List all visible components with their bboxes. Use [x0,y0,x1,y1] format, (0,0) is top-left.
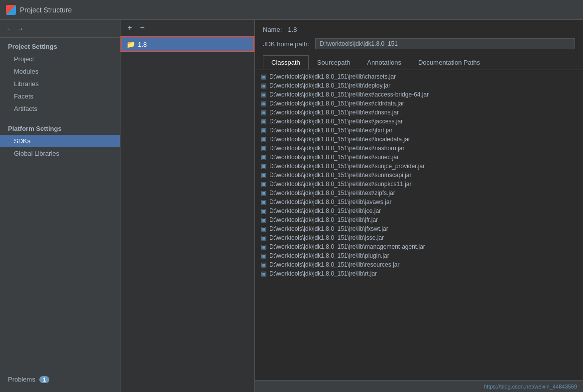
file-path-text: D:\worktools\jdk\jdk1.8.0_151\jre\lib\jf… [269,216,378,223]
jar-icon: ▣ [261,207,266,214]
file-list-item[interactable]: ▣D:\worktools\jdk\jdk1.8.0_151\jre\lib\e… [255,90,583,99]
file-path-text: D:\worktools\jdk\jdk1.8.0_151\jre\lib\js… [269,234,384,241]
name-label: Name: [263,26,282,33]
jar-icon: ▣ [261,252,266,259]
tab-sourcepath[interactable]: Sourcepath [309,55,359,70]
file-list-item[interactable]: ▣D:\worktools\jdk\jdk1.8.0_151\jre\lib\e… [255,144,583,153]
forward-arrow[interactable]: → [17,25,24,33]
file-path-text: D:\worktools\jdk\jdk1.8.0_151\jre\lib\ex… [269,109,399,116]
jdk-path-value: D:\worktools\jdk\jdk1.8.0_151 [315,38,575,49]
jar-icon: ▣ [261,234,266,241]
sidebar-item-sdks[interactable]: SDKs [0,135,120,147]
jar-icon: ▣ [261,261,266,268]
jar-icon: ▣ [261,225,266,232]
name-value: 1.8 [288,26,297,33]
file-path-text: D:\worktools\jdk\jdk1.8.0_151\jre\lib\ex… [269,181,411,188]
tab-classpath[interactable]: Classpath [263,55,309,70]
file-list-item[interactable]: ▣D:\worktools\jdk\jdk1.8.0_151\jre\lib\d… [255,81,583,90]
jar-icon: ▣ [261,109,266,116]
problems-badge: 1 [39,376,49,383]
tab-annotations[interactable]: Annotations [358,55,410,70]
file-list-item[interactable]: ▣D:\worktools\jdk\jdk1.8.0_151\jre\lib\e… [255,171,583,180]
window-title: Project Structure [20,6,72,14]
add-sdk-button[interactable]: + [124,23,135,33]
file-list-item[interactable]: ▣D:\worktools\jdk\jdk1.8.0_151\jre\lib\e… [255,117,583,126]
file-path-text: D:\worktools\jdk\jdk1.8.0_151\jre\lib\ex… [269,127,392,134]
file-path-text: D:\worktools\jdk\jdk1.8.0_151\jre\lib\ex… [269,172,411,179]
jar-icon: ▣ [261,163,266,170]
status-url: https://blog.csdn.net/weixin_44843569 [484,384,577,390]
file-path-text: D:\worktools\jdk\jdk1.8.0_151\jre\lib\pl… [269,252,389,259]
file-path-text: D:\worktools\jdk\jdk1.8.0_151\jre\lib\jc… [269,207,381,214]
file-list-item[interactable]: ▣D:\worktools\jdk\jdk1.8.0_151\jre\lib\p… [255,251,583,260]
file-list-item[interactable]: ▣D:\worktools\jdk\jdk1.8.0_151\jre\lib\e… [255,162,583,171]
jar-icon: ▣ [261,82,266,89]
file-path-text: D:\worktools\jdk\jdk1.8.0_151\jre\lib\jf… [269,225,388,232]
sidebar: ← → Project Settings Project Modules Lib… [0,20,120,392]
file-path-text: D:\worktools\jdk\jdk1.8.0_151\jre\lib\ma… [269,243,425,250]
sidebar-bottom: Problems 1 [0,371,120,392]
file-list-item[interactable]: ▣D:\worktools\jdk\jdk1.8.0_151\jre\lib\e… [255,189,583,197]
sdk-panel: + − 📁 1.8 [120,20,255,392]
sidebar-item-global-libraries[interactable]: Global Libraries [0,147,120,160]
file-list-item[interactable]: ▣D:\worktools\jdk\jdk1.8.0_151\jre\lib\j… [255,233,583,242]
sdk-toolbar: + − [120,20,254,36]
sidebar-content: ← → Project Settings Project Modules Lib… [0,20,120,392]
file-list-item[interactable]: ▣D:\worktools\jdk\jdk1.8.0_151\jre\lib\e… [255,153,583,162]
jar-icon: ▣ [261,270,266,277]
file-list-item[interactable]: ▣D:\worktools\jdk\jdk1.8.0_151\jre\lib\r… [255,260,583,269]
jdk-label: JDK home path: [263,40,309,48]
file-list-item[interactable]: ▣D:\worktools\jdk\jdk1.8.0_151\jre\lib\j… [255,197,583,206]
file-list-item[interactable]: ▣D:\worktools\jdk\jdk1.8.0_151\jre\lib\m… [255,242,583,251]
file-path-text: D:\worktools\jdk\jdk1.8.0_151\jre\lib\ex… [269,154,399,161]
jar-icon: ▣ [261,154,266,161]
file-path-text: D:\worktools\jdk\jdk1.8.0_151\jre\lib\ex… [269,136,410,143]
jar-icon: ▣ [261,190,266,196]
content-header: Name: 1.8 JDK home path: D:\worktools\jd… [255,20,583,70]
file-list-item[interactable]: ▣D:\worktools\jdk\jdk1.8.0_151\jre\lib\e… [255,180,583,189]
jar-icon: ▣ [261,181,266,188]
file-list-item[interactable]: ▣D:\worktools\jdk\jdk1.8.0_151\jre\lib\e… [255,126,583,135]
tab-documentation-paths[interactable]: Documentation Paths [410,55,488,70]
file-path-text: D:\worktools\jdk\jdk1.8.0_151\jre\lib\ex… [269,118,403,125]
problems-section[interactable]: Problems 1 [0,371,120,388]
file-list-item[interactable]: ▣D:\worktools\jdk\jdk1.8.0_151\jre\lib\c… [255,72,583,81]
status-bar: https://blog.csdn.net/weixin_44843569 [255,380,583,392]
platform-settings-header: Platform Settings [0,120,120,135]
sidebar-item-modules[interactable]: Modules [0,65,120,78]
name-row: Name: 1.8 [263,26,575,33]
app-icon [6,5,16,15]
jar-icon: ▣ [261,216,266,223]
file-path-text: D:\worktools\jdk\jdk1.8.0_151\jre\lib\ex… [269,100,404,107]
file-path-text: D:\worktools\jdk\jdk1.8.0_151\jre\lib\re… [269,261,399,268]
file-list-item[interactable]: ▣D:\worktools\jdk\jdk1.8.0_151\jre\lib\e… [255,135,583,144]
file-path-text: D:\worktools\jdk\jdk1.8.0_151\jre\lib\rt… [269,270,377,277]
remove-sdk-button[interactable]: − [137,23,147,33]
file-list-item[interactable]: ▣D:\worktools\jdk\jdk1.8.0_151\jre\lib\e… [255,108,583,117]
jar-icon: ▣ [261,118,266,125]
sidebar-item-artifacts[interactable]: Artifacts [0,102,120,115]
jar-icon: ▣ [261,172,266,179]
file-list: ▣D:\worktools\jdk\jdk1.8.0_151\jre\lib\c… [255,70,583,380]
sidebar-item-libraries[interactable]: Libraries [0,78,120,90]
problems-label: Problems [8,376,35,383]
sidebar-item-project[interactable]: Project [0,53,120,65]
file-list-item[interactable]: ▣D:\worktools\jdk\jdk1.8.0_151\jre\lib\e… [255,99,583,108]
sdk-folder-icon: 📁 [126,40,135,48]
file-path-text: D:\worktools\jdk\jdk1.8.0_151\jre\lib\ja… [269,198,391,205]
content-panel: Name: 1.8 JDK home path: D:\worktools\jd… [255,20,583,392]
jar-icon: ▣ [261,145,266,152]
file-list-item[interactable]: ▣D:\worktools\jdk\jdk1.8.0_151\jre\lib\j… [255,215,583,224]
file-path-text: D:\worktools\jdk\jdk1.8.0_151\jre\lib\ex… [269,190,395,196]
back-arrow[interactable]: ← [6,25,13,33]
jar-icon: ▣ [261,100,266,107]
file-list-item[interactable]: ▣D:\worktools\jdk\jdk1.8.0_151\jre\lib\j… [255,224,583,233]
nav-arrows: ← → [0,20,120,38]
jar-icon: ▣ [261,127,266,134]
file-list-item[interactable]: ▣D:\worktools\jdk\jdk1.8.0_151\jre\lib\j… [255,206,583,215]
jar-icon: ▣ [261,136,266,143]
sidebar-item-facets[interactable]: Facets [0,90,120,102]
file-list-item[interactable]: ▣D:\worktools\jdk\jdk1.8.0_151\jre\lib\r… [255,269,583,278]
file-path-text: D:\worktools\jdk\jdk1.8.0_151\jre\lib\ch… [269,73,396,80]
sdk-item-18[interactable]: 📁 1.8 [120,36,254,52]
